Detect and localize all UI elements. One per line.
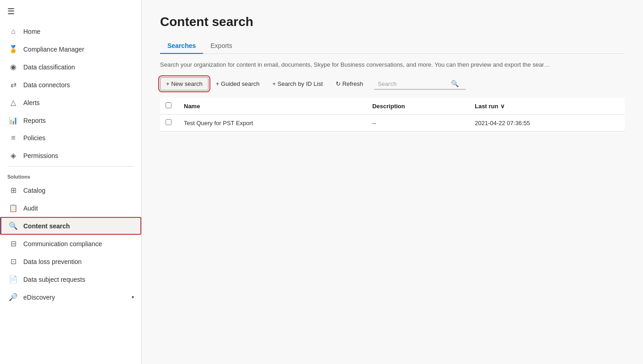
nav-ediscovery[interactable]: 🔎 eDiscovery ▾ — [0, 288, 141, 306]
select-all-checkbox[interactable] — [166, 102, 171, 108]
guided-search-button[interactable]: + Guided search — [210, 78, 265, 90]
page-description: Search your organization for content in … — [160, 61, 625, 68]
ediscovery-icon: 🔎 — [9, 293, 18, 301]
home-icon: ⌂ — [9, 27, 18, 36]
row-description-cell: -- — [367, 115, 469, 132]
data-subject-requests-icon: 📄 — [9, 275, 18, 284]
row-name-cell: Test Query for PST Export — [178, 115, 367, 132]
compliance-manager-icon: 🏅 — [9, 45, 18, 53]
new-search-button[interactable]: + New search — [160, 77, 209, 90]
nav-content-search-label: Content search — [23, 222, 70, 230]
nav-policies-label: Policies — [23, 134, 45, 142]
search-input[interactable] — [378, 80, 451, 87]
tab-searches[interactable]: Searches — [160, 38, 203, 54]
search-by-id-button[interactable]: + Search by ID List — [267, 78, 328, 90]
tabs-container: Searches Exports — [160, 38, 625, 54]
guided-search-label: + Guided search — [216, 80, 260, 87]
search-by-id-label: + Search by ID List — [273, 80, 323, 87]
nav-policies[interactable]: ≡ Policies — [0, 129, 141, 147]
nav-home[interactable]: ⌂ Home — [0, 23, 141, 40]
nav-permissions-label: Permissions — [23, 152, 58, 159]
nav-data-loss-prevention[interactable]: ⊡ Data loss prevention — [0, 253, 141, 270]
nav-data-subject-requests[interactable]: 📄 Data subject requests — [0, 270, 141, 288]
nav-alerts-label: Alerts — [23, 99, 40, 106]
select-all-header[interactable] — [160, 98, 178, 115]
nav-reports[interactable]: 📊 Reports — [0, 111, 141, 129]
nav-ediscovery-label: eDiscovery — [23, 294, 55, 301]
table-row[interactable]: Test Query for PST Export -- 2021-04-22 … — [160, 115, 625, 132]
reports-icon: 📊 — [9, 116, 18, 125]
nav-audit-label: Audit — [23, 205, 38, 212]
sidebar: ☰ ⌂ Home 🏅 Compliance Manager ◉ Data cla… — [0, 0, 142, 364]
nav-data-loss-prevention-label: Data loss prevention — [23, 258, 82, 265]
nav-compliance-manager[interactable]: 🏅 Compliance Manager — [0, 40, 141, 58]
data-connectors-icon: ⇄ — [9, 80, 18, 89]
divider — [7, 166, 134, 167]
main-content: Content search Searches Exports Search y… — [142, 0, 643, 364]
col-header-description: Description — [367, 98, 469, 115]
nav-permissions[interactable]: ◈ Permissions — [0, 147, 141, 164]
nav-communication-compliance-label: Communication compliance — [23, 240, 102, 248]
nav-catalog[interactable]: ⊞ Catalog — [0, 181, 141, 199]
col-description-label: Description — [372, 103, 405, 110]
permissions-icon: ◈ — [9, 151, 18, 160]
catalog-icon: ⊞ — [9, 186, 18, 195]
col-header-name: Name — [178, 98, 367, 115]
row-checkbox[interactable] — [166, 119, 171, 125]
toolbar: + New search + Guided search + Search by… — [160, 77, 625, 90]
new-search-label: + New search — [166, 80, 203, 87]
nav-data-subject-requests-label: Data subject requests — [23, 276, 85, 283]
results-table: Name Description Last run ∨ Test Query — [160, 98, 625, 132]
refresh-label: ↻ Refresh — [336, 80, 363, 87]
nav-catalog-label: Catalog — [23, 187, 45, 194]
nav-compliance-manager-label: Compliance Manager — [23, 46, 84, 53]
hamburger-icon[interactable]: ☰ — [7, 6, 15, 16]
nav-alerts[interactable]: △ Alerts — [0, 94, 141, 111]
refresh-button[interactable]: ↻ Refresh — [330, 78, 369, 90]
audit-icon: 📋 — [9, 204, 18, 212]
row-last-run-cell: 2021-04-22 07:36:55 — [469, 115, 625, 132]
search-box[interactable]: 🔍 — [374, 78, 466, 90]
content-search-nav-icon: 🔍 — [9, 222, 18, 230]
nav-data-connectors[interactable]: ⇄ Data connectors — [0, 76, 141, 94]
nav-communication-compliance[interactable]: ⊟ Communication compliance — [0, 235, 141, 253]
nav-data-classification[interactable]: ◉ Data classification — [0, 58, 141, 76]
alerts-icon: △ — [9, 98, 18, 107]
data-loss-prevention-icon: ⊡ — [9, 257, 18, 266]
policies-icon: ≡ — [9, 134, 18, 142]
search-icon: 🔍 — [451, 80, 459, 87]
data-classification-icon: ◉ — [9, 63, 18, 71]
ediscovery-expand-icon: ▾ — [132, 295, 134, 300]
solutions-section-label: Solutions — [0, 169, 141, 181]
nav-data-connectors-label: Data connectors — [23, 81, 70, 89]
nav-audit[interactable]: 📋 Audit — [0, 199, 141, 217]
col-last-run-sortable[interactable]: Last run ∨ — [475, 103, 619, 110]
nav-home-label: Home — [23, 28, 40, 35]
row-checkbox-cell[interactable] — [160, 115, 178, 132]
col-last-run-label: Last run — [475, 103, 498, 110]
tab-exports[interactable]: Exports — [203, 38, 239, 54]
nav-data-classification-label: Data classification — [23, 63, 75, 71]
communication-compliance-icon: ⊟ — [9, 239, 18, 248]
page-title: Content search — [160, 15, 625, 29]
table-header-row: Name Description Last run ∨ — [160, 98, 625, 115]
col-header-last-run[interactable]: Last run ∨ — [469, 98, 625, 115]
sort-chevron-icon: ∨ — [500, 103, 505, 110]
nav-reports-label: Reports — [23, 117, 46, 124]
sidebar-header: ☰ — [0, 0, 141, 23]
nav-content-search[interactable]: 🔍 Content search — [0, 217, 141, 235]
col-name-label: Name — [184, 103, 200, 110]
